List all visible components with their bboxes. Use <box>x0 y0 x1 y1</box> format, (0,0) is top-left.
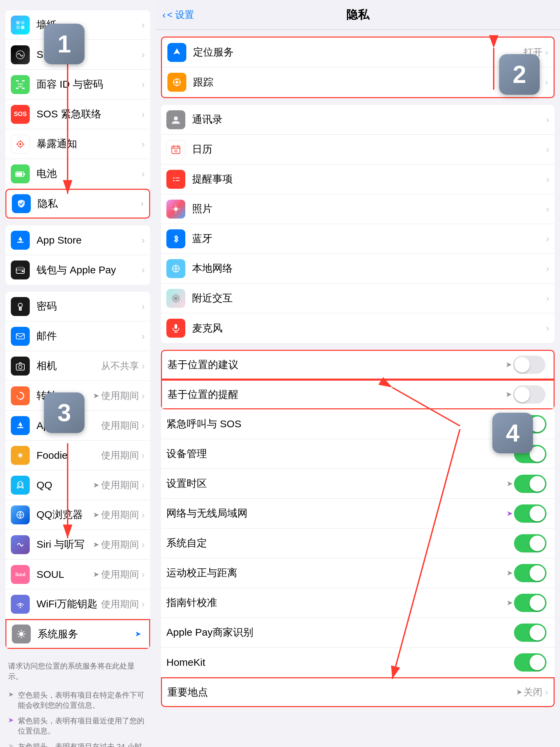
legend2-icon: ➤ <box>8 716 14 724</box>
settings-item-system[interactable]: 系统服务 ➤ <box>5 619 150 649</box>
mic-icon <box>166 319 185 338</box>
settings-item-wifi[interactable]: WiFi万能钥匙 使用期间 › <box>5 589 150 619</box>
settings-item-battery[interactable]: 电池 › <box>5 159 150 189</box>
applepay-label: Apple Pay商家识别 <box>166 626 514 639</box>
legend3: ➤ 灰色箭头，表明有项目在过去 24 小时内使用了您的位置信息。 <box>0 739 156 747</box>
svg-rect-23 <box>22 271 24 272</box>
settings-item-bluetooth[interactable]: 蓝牙 › <box>161 224 555 254</box>
settings-item-nearby[interactable]: 附近交互 › <box>161 284 555 313</box>
svg-point-37 <box>19 483 20 484</box>
settings-item-mail[interactable]: 邮件 › <box>5 321 150 351</box>
svg-rect-28 <box>16 334 24 339</box>
left-panel: 墙纸 › Siri 与搜索 › 面容 ID 与密码 › <box>0 0 156 747</box>
loc-remind-toggle[interactable] <box>513 385 545 404</box>
timezone-toggle[interactable] <box>514 475 546 493</box>
timezone-label: 设置时区 <box>166 477 507 491</box>
settings-item-contacts[interactable]: 通讯录 › <box>161 105 555 135</box>
legend1: ➤ 空色箭头，表明有项目在特定条件下可能会收到您的位置信息。 <box>0 687 156 713</box>
settings-group2: App Store › 钱包与 Apple Pay › <box>5 225 150 285</box>
photos-chevron: › <box>546 204 549 214</box>
motion-item[interactable]: 运动校正与距离 ➤ <box>161 558 555 588</box>
settings-item-siriapp[interactable]: Siri 与听写 ➤ 使用期间 › <box>5 530 150 560</box>
appstore3-value: 使用期间 <box>101 419 139 432</box>
info-text: 请求访问您位置的系统服务将在此处显示。 <box>0 656 156 687</box>
loc-remind-item[interactable]: 基于位置的提醒 ➤ <box>161 380 555 409</box>
system-loc-arrow: ➤ <box>135 630 141 638</box>
tracking-chevron: › <box>545 77 548 88</box>
settings-item-qqbrowser[interactable]: QQ浏览器 ➤ 使用期间 › <box>5 500 150 530</box>
important-places-value: 关闭 <box>523 686 542 699</box>
mic-label: 麦克风 <box>192 321 546 335</box>
settings-item-calendar[interactable]: 31 日历 › <box>161 135 555 164</box>
settings-item-location[interactable]: 定位服务 打开 › <box>162 38 554 67</box>
network-wireless-item[interactable]: 网络与无线局域网 ➤ <box>161 499 555 528</box>
settings-item-sos[interactable]: SOS SOS 紧急联络 › <box>5 99 150 129</box>
location-services-group: 定位服务 打开 › 跟踪 › <box>161 37 555 98</box>
settings-item-mic[interactable]: 麦克风 › <box>161 313 555 343</box>
toggle-knob2 <box>514 387 530 402</box>
settings-item-appstore[interactable]: App Store › <box>5 225 150 255</box>
applepay-toggle[interactable] <box>514 624 546 642</box>
siri-chevron: › <box>142 49 145 60</box>
contacts-label: 通讯录 <box>192 113 546 127</box>
step3-bubble: 3 <box>44 392 85 433</box>
nav-back-button[interactable]: ‹ < 设置 <box>162 8 194 21</box>
important-places-item[interactable]: 重要地点 ➤ 关闭 › <box>161 677 555 707</box>
loc-suggest-toggle[interactable] <box>513 356 545 374</box>
bluetooth-icon <box>166 229 185 248</box>
motion-toggle[interactable] <box>514 564 546 582</box>
wallet-chevron: › <box>142 265 145 275</box>
svg-point-41 <box>20 607 21 608</box>
camera-value: 从不共享 <box>101 360 139 372</box>
wifi-label: WiFi万能钥匙 <box>37 597 101 611</box>
loc-suggest-item[interactable]: 基于位置的建议 ➤ <box>161 350 555 380</box>
zhuanzhuan-chevron: › <box>142 390 145 401</box>
mail-icon <box>11 327 30 346</box>
svg-rect-20 <box>24 173 25 175</box>
svg-rect-7 <box>22 80 25 82</box>
qqbrowser-icon <box>11 505 30 524</box>
appstore3-icon <box>11 416 30 435</box>
contacts-icon <box>166 110 185 129</box>
settings-item-soul[interactable]: Soul SOUL ➤ 使用期间 › <box>5 560 150 589</box>
svg-rect-71 <box>174 324 177 329</box>
appstore-label: App Store <box>37 234 142 246</box>
settings-item-password[interactable]: 密码 › <box>5 292 150 321</box>
svg-rect-2 <box>21 21 24 24</box>
settings-item-camera[interactable]: 相机 从不共享 › <box>5 351 150 381</box>
settings-item-photos[interactable]: 照片 › <box>161 194 555 224</box>
settings-item-wallet[interactable]: 钱包与 Apple Pay › <box>5 255 150 285</box>
svg-point-30 <box>19 365 22 369</box>
timezone-item[interactable]: 设置时区 ➤ <box>161 469 555 499</box>
settings-item-foodie[interactable]: Foodie 使用期间 › <box>5 440 150 470</box>
tracking-icon <box>167 73 186 92</box>
step2-bubble: 2 <box>499 54 540 95</box>
homekit-toggle[interactable] <box>514 653 546 672</box>
settings-item-faceid[interactable]: 面容 ID 与密码 › <box>5 70 150 99</box>
network-wireless-toggle[interactable] <box>514 504 546 523</box>
wifi-icon <box>11 595 30 614</box>
location-icon <box>167 43 186 62</box>
network-wireless-arrow: ➤ <box>507 509 513 518</box>
settings-item-qq[interactable]: QQ ➤ 使用期间 › <box>5 470 150 500</box>
homekit-item[interactable]: HomeKit <box>161 648 555 677</box>
settings-item-reminders[interactable]: 提醒事项 › <box>161 164 555 194</box>
important-places-arrow: ➤ <box>516 688 522 697</box>
timezone-arrow: ➤ <box>507 479 513 488</box>
settings-item-privacy[interactable]: 隐私 › <box>5 189 150 219</box>
system-custom-item[interactable]: 系统自定 <box>161 528 555 558</box>
right-panel: ‹ < 设置 隐私 定位服务 打开 › 跟踪 › <box>156 0 560 747</box>
applepay-item[interactable]: Apple Pay商家识别 <box>161 618 555 648</box>
permissions-group: 通讯录 › 31 日历 › 提醒事项 › <box>161 105 555 343</box>
system-custom-toggle[interactable] <box>514 534 546 552</box>
settings-item-network[interactable]: 本地网络 › <box>161 254 555 284</box>
foodie-chevron: › <box>142 450 145 461</box>
svg-point-38 <box>21 483 22 484</box>
compass-item[interactable]: 指南针校准 ➤ <box>161 588 555 618</box>
exposure-icon <box>11 135 30 154</box>
settings-item-tracking[interactable]: 跟踪 › <box>162 67 554 97</box>
photos-label: 照片 <box>192 202 546 216</box>
settings-item-exposure[interactable]: 暴露通知 › <box>5 129 150 159</box>
compass-toggle[interactable] <box>514 594 546 612</box>
loc-suggest-arrow: ➤ <box>506 360 512 369</box>
